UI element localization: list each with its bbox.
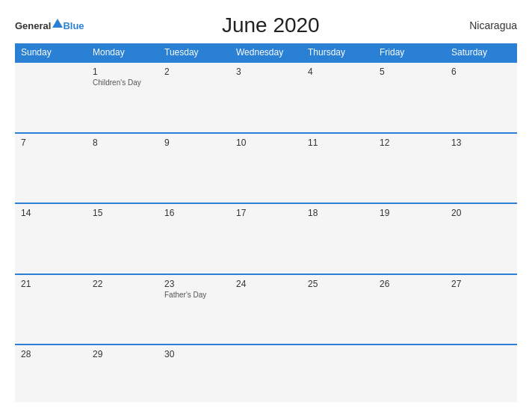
table-row: 4 [302, 62, 374, 133]
table-row: 20 [445, 203, 517, 274]
calendar-week-row: 212223Father's Day24252627 [15, 274, 517, 345]
day-number: 5 [380, 67, 439, 77]
table-row [302, 344, 374, 402]
day-number: 4 [308, 67, 368, 77]
day-number: 1 [93, 67, 152, 77]
logo-blue-text: Blue [63, 21, 84, 31]
table-row: 7 [15, 133, 87, 204]
day-number: 24 [236, 279, 296, 289]
day-number: 22 [93, 279, 152, 289]
table-row: 23Father's Day [158, 274, 230, 345]
logo-triangle-icon [52, 19, 63, 28]
table-row: 9 [158, 133, 230, 204]
day-number: 6 [451, 67, 511, 77]
country-label: Nicaragua [457, 19, 517, 31]
table-row: 27 [445, 274, 517, 345]
header-tuesday: Tuesday [158, 43, 230, 62]
table-row [230, 344, 302, 402]
day-number: 23 [164, 279, 224, 289]
table-row: 25 [302, 274, 374, 345]
table-row: 14 [15, 203, 87, 274]
table-row: 29 [87, 344, 158, 402]
calendar-week-row: 282930 [15, 344, 517, 402]
page: General Blue June 2020 Nicaragua Sunday … [0, 0, 532, 411]
weekday-header-row: Sunday Monday Tuesday Wednesday Thursday… [15, 43, 517, 62]
day-number: 15 [93, 208, 152, 218]
holiday-label: Children's Day [93, 78, 152, 87]
day-number: 14 [21, 208, 81, 218]
table-row [374, 344, 445, 402]
table-row: 30 [158, 344, 230, 402]
calendar-week-row: 14151617181920 [15, 203, 517, 274]
table-row [15, 62, 87, 133]
table-row: 16 [158, 203, 230, 274]
header-saturday: Saturday [445, 43, 517, 62]
day-number: 7 [21, 137, 81, 148]
header: General Blue June 2020 Nicaragua [15, 13, 517, 37]
day-number: 9 [164, 137, 224, 148]
table-row: 24 [230, 274, 302, 345]
table-row: 17 [230, 203, 302, 274]
table-row: 15 [87, 203, 158, 274]
day-number: 16 [164, 208, 224, 218]
table-row: 26 [374, 274, 445, 345]
day-number: 8 [93, 137, 152, 148]
day-number: 3 [236, 67, 296, 77]
day-number: 13 [451, 137, 511, 148]
calendar-table: Sunday Monday Tuesday Wednesday Thursday… [15, 43, 517, 402]
table-row: 28 [15, 344, 87, 402]
day-number: 12 [380, 137, 439, 148]
calendar-title: June 2020 [84, 13, 457, 37]
table-row: 8 [87, 133, 158, 204]
header-wednesday: Wednesday [230, 43, 302, 62]
table-row: 3 [230, 62, 302, 133]
table-row: 19 [374, 203, 445, 274]
day-number: 27 [451, 279, 511, 289]
table-row: 22 [87, 274, 158, 345]
day-number: 11 [308, 137, 368, 148]
day-number: 10 [236, 137, 296, 148]
table-row: 5 [374, 62, 445, 133]
table-row: 1Children's Day [87, 62, 158, 133]
table-row: 6 [445, 62, 517, 133]
table-row: 10 [230, 133, 302, 204]
day-number: 29 [93, 349, 152, 359]
logo: General Blue [15, 19, 84, 32]
table-row: 11 [302, 133, 374, 204]
table-row: 2 [158, 62, 230, 133]
header-sunday: Sunday [15, 43, 87, 62]
table-row: 12 [374, 133, 445, 204]
day-number: 21 [21, 279, 81, 289]
holiday-label: Father's Day [164, 291, 224, 299]
calendar-week-row: 1Children's Day23456 [15, 62, 517, 133]
table-row: 18 [302, 203, 374, 274]
day-number: 19 [380, 208, 439, 218]
day-number: 18 [308, 208, 368, 218]
day-number: 2 [164, 67, 224, 77]
day-number: 30 [164, 349, 224, 359]
table-row [445, 344, 517, 402]
header-thursday: Thursday [302, 43, 374, 62]
logo-general-text: General [15, 21, 51, 31]
day-number: 17 [236, 208, 296, 218]
day-number: 25 [308, 279, 368, 289]
day-number: 20 [451, 208, 511, 218]
header-monday: Monday [87, 43, 158, 62]
day-number: 26 [380, 279, 439, 289]
table-row: 21 [15, 274, 87, 345]
day-number: 28 [21, 349, 81, 359]
header-friday: Friday [374, 43, 445, 62]
table-row: 13 [445, 133, 517, 204]
calendar-week-row: 78910111213 [15, 133, 517, 204]
